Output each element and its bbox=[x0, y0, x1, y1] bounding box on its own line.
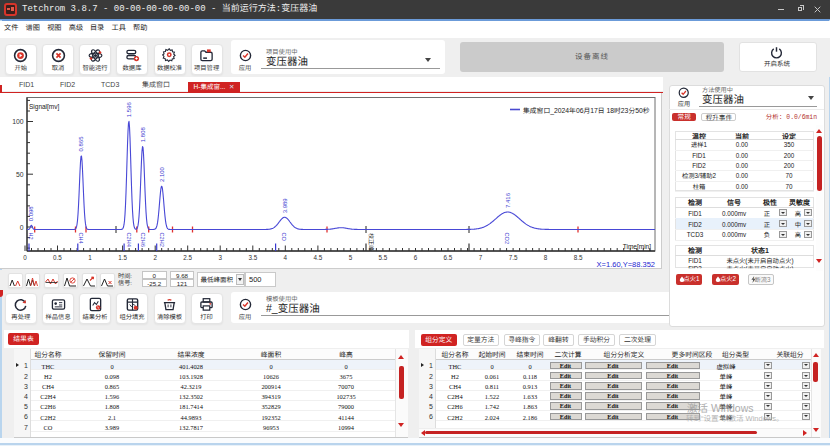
svg-text:8: 8 bbox=[544, 254, 548, 261]
svg-text:集成窗口_2024年06月17日 18时23分50秒: 集成窗口_2024年06月17日 18时23分50秒 bbox=[523, 107, 650, 115]
svg-text:CH4: CH4 bbox=[78, 233, 84, 244]
svg-text:Time[min]: Time[min] bbox=[623, 243, 651, 251]
svg-text:4: 4 bbox=[284, 254, 288, 261]
svg-text:3.989: 3.989 bbox=[282, 198, 288, 214]
svg-text:6.5: 6.5 bbox=[444, 254, 453, 261]
svg-text:5: 5 bbox=[349, 254, 353, 261]
svg-text:校正峰: 校正峰 bbox=[368, 233, 375, 251]
svg-text:H2: H2 bbox=[28, 233, 34, 240]
svg-text:3: 3 bbox=[218, 254, 222, 261]
svg-text:2.100: 2.100 bbox=[159, 166, 165, 182]
svg-text:C2H2: C2H2 bbox=[159, 233, 165, 247]
svg-text:X=1.60,Y=88.352: X=1.60,Y=88.352 bbox=[597, 260, 655, 269]
svg-text:8.5: 8.5 bbox=[574, 254, 583, 261]
svg-text:0.5: 0.5 bbox=[53, 254, 62, 261]
svg-text:1.808: 1.808 bbox=[140, 127, 146, 143]
svg-text:1.596: 1.596 bbox=[126, 102, 132, 118]
svg-text:100: 100 bbox=[12, 118, 24, 125]
svg-text:0: 0 bbox=[23, 254, 27, 261]
svg-text:50: 50 bbox=[16, 171, 24, 178]
svg-text:CO2: CO2 bbox=[504, 233, 510, 245]
svg-text:0.098: 0.098 bbox=[28, 206, 34, 222]
svg-text:7: 7 bbox=[479, 254, 483, 261]
svg-text:4.5: 4.5 bbox=[314, 254, 323, 261]
svg-text:Signal[mv]: Signal[mv] bbox=[29, 103, 60, 111]
svg-text:3.5: 3.5 bbox=[248, 254, 257, 261]
svg-text:1.5: 1.5 bbox=[118, 254, 127, 261]
svg-text:CO: CO bbox=[281, 233, 287, 242]
svg-text:7.5: 7.5 bbox=[509, 254, 518, 261]
svg-text:6: 6 bbox=[414, 254, 418, 261]
svg-text:0.865: 0.865 bbox=[78, 136, 84, 152]
svg-text:2: 2 bbox=[153, 254, 157, 261]
svg-text:0: 0 bbox=[20, 224, 24, 231]
svg-text:1: 1 bbox=[88, 254, 92, 261]
svg-text:5.5: 5.5 bbox=[379, 254, 388, 261]
svg-text:2.5: 2.5 bbox=[183, 254, 192, 261]
svg-text:C2H4: C2H4 bbox=[126, 233, 132, 247]
svg-text:7.416: 7.416 bbox=[505, 192, 511, 208]
svg-text:C2H6: C2H6 bbox=[140, 233, 146, 247]
